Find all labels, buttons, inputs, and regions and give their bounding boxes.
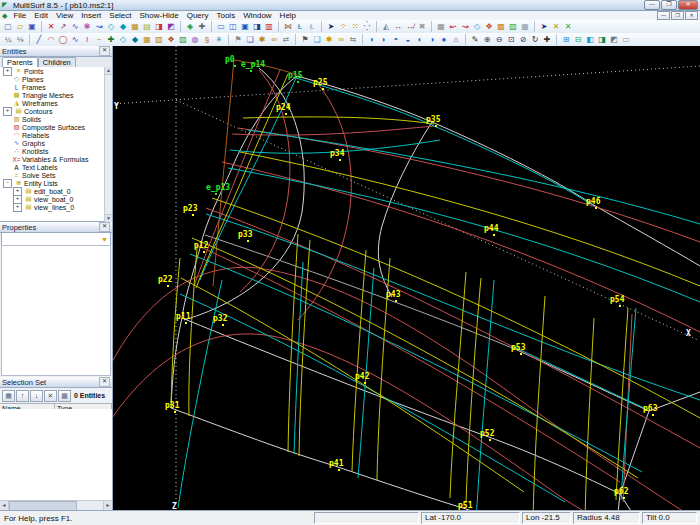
minimize-button[interactable]: — [644, 0, 660, 10]
show-flag-icon[interactable]: ⚑ [232, 34, 244, 45]
hull-curve-red-upper[interactable] [232, 126, 434, 135]
tree-item-view-lines-0[interactable]: +▤view_lines_0 [0, 203, 112, 211]
sel-clear-icon[interactable]: ▩ [58, 390, 71, 402]
view-render-icon[interactable]: ▥ [263, 21, 275, 32]
point-marker-p12[interactable] [203, 251, 205, 253]
snake-create-icon[interactable]: ~ [93, 34, 105, 45]
hull-curve-red-section-1[interactable] [298, 84, 351, 320]
zoom-in-icon[interactable]: ⊕ [481, 34, 493, 45]
formula-create-icon[interactable]: ✳ [213, 34, 225, 45]
view-front-icon[interactable]: ◖ [366, 34, 378, 45]
point-marker-p15[interactable] [297, 81, 299, 83]
fractions-icon[interactable]: ⅛ [14, 34, 26, 45]
hull-curve-waterline-gray[interactable] [205, 235, 517, 350]
shade-create-icon[interactable]: ▨ [177, 34, 189, 45]
point-label-p12[interactable]: p12 [194, 241, 209, 250]
frame-view-icon[interactable]: ▭ [620, 34, 632, 45]
split-v-icon[interactable]: ◨ [596, 34, 608, 45]
view-left-icon[interactable]: ◐ [414, 34, 426, 45]
point-create-icon[interactable]: ✚ [105, 34, 117, 45]
lofted-surface-icon[interactable]: ◆ [129, 34, 141, 45]
point-label-p52[interactable]: p52 [480, 429, 495, 438]
expand-icon[interactable]: + [3, 107, 12, 116]
solid-display-icon[interactable]: ▩ [495, 21, 507, 32]
contours-red2-icon[interactable]: ↝ [459, 21, 471, 32]
point-label-p0[interactable]: p0 [225, 55, 235, 64]
composite-create-icon[interactable]: ❖ [165, 34, 177, 45]
grid-display-icon[interactable]: ▦ [519, 21, 531, 32]
collapse-icon[interactable]: - [3, 179, 12, 188]
hide-swap-icon[interactable]: ⇆ [347, 34, 359, 45]
zoom-previous-icon[interactable]: ⊘ [517, 34, 529, 45]
surface-create-icon[interactable]: ◇ [117, 34, 129, 45]
hull-curve-yellow-bow-diag[interactable] [196, 74, 288, 288]
line-tool-icon[interactable]: ╱ [33, 34, 45, 45]
point-label-p22[interactable]: p22 [158, 275, 173, 284]
move-icon[interactable]: ✚ [196, 21, 208, 32]
hull-curve-cyan-long-1[interactable] [248, 130, 700, 224]
viewport[interactable]: p0e_p14p15p25p24p35p34e_p13p46p23p44p33p… [113, 46, 700, 511]
hull-curve-cyan-station-3[interactable] [294, 262, 303, 454]
show-swap-icon[interactable]: ⇄ [280, 34, 292, 45]
surface-tool-icon[interactable]: ◇ [105, 21, 117, 32]
hull-curve-red-long-1[interactable] [238, 128, 700, 242]
layer2-icon[interactable]: Ł [306, 21, 318, 32]
hull-curve-mid-edge[interactable] [182, 318, 620, 494]
maximize-button[interactable]: ❐ [661, 0, 677, 10]
mdi-close-button[interactable]: ✕ [685, 11, 698, 20]
locate-icon[interactable]: ✖ [416, 21, 428, 32]
mesh-display-icon[interactable]: ▦ [435, 21, 447, 32]
point-marker-p41[interactable] [338, 469, 340, 471]
view-layout1-icon[interactable]: ▭ [215, 21, 227, 32]
point-marker-p63[interactable] [652, 414, 654, 416]
point-label-p34[interactable]: p34 [330, 149, 345, 158]
point-label-p33[interactable]: p33 [238, 230, 253, 239]
scroll-up-icon[interactable]: ▲ [105, 67, 112, 75]
tree-item-graphs[interactable]: ∿Graphs [0, 139, 112, 147]
view-layout3-icon[interactable]: ▣ [239, 21, 251, 32]
point-label-p63[interactable]: p63 [643, 404, 658, 413]
file-open-icon[interactable]: ▱ [14, 21, 26, 32]
zoom-window-icon[interactable]: ⊡ [505, 34, 517, 45]
hull-curve-red-long-4[interactable] [194, 244, 620, 482]
menu-window[interactable]: Window [239, 11, 275, 20]
solid-create-icon[interactable]: ◍ [189, 34, 201, 45]
hull-curve-red-long-3[interactable] [206, 208, 700, 448]
point-marker-p62[interactable] [623, 497, 625, 499]
tag-green-icon[interactable]: ✕ [562, 21, 574, 32]
point-label-p51[interactable]: p51 [458, 501, 473, 510]
units-icon[interactable]: ¼ [2, 34, 14, 45]
hull-curve-cyan-station-5[interactable] [476, 280, 494, 511]
view-layout4-icon[interactable]: ◨ [251, 21, 263, 32]
zoom-pencil-icon[interactable]: ✎ [469, 34, 481, 45]
tree-item-relabels[interactable]: ◠Relabels [0, 131, 112, 139]
point-label-p31[interactable]: p31 [165, 401, 180, 410]
camera-tool-icon[interactable]: ◨ [153, 21, 165, 32]
menu-view[interactable]: View [52, 11, 77, 20]
sel-move-up-icon[interactable]: ↑ [16, 390, 29, 402]
expand-icon[interactable]: + [3, 67, 12, 76]
view-right-icon[interactable]: ◑ [426, 34, 438, 45]
point-marker-p24[interactable] [285, 113, 287, 115]
sel-list-icon[interactable]: ▦ [2, 390, 15, 402]
point-marker-p32[interactable] [222, 324, 224, 326]
hull-curve-cyan-long-3[interactable] [206, 214, 700, 400]
menu-tools[interactable]: Tools [212, 11, 239, 20]
hull-curve-cyan-long-4[interactable] [190, 254, 642, 472]
show-points-icon[interactable]: ✱ [256, 34, 268, 45]
point-marker-p35[interactable] [435, 125, 437, 127]
point-marker-p0[interactable] [234, 65, 236, 67]
point-label-p35[interactable]: p35 [426, 115, 441, 124]
measure-icon[interactable]: ◭ [380, 21, 392, 32]
point-label-p42[interactable]: p42 [355, 372, 370, 381]
link-icon[interactable]: ⋈ [282, 21, 294, 32]
tree-item-knotlists[interactable]: ∴Knotlists [0, 147, 112, 155]
show-box-icon[interactable]: ❏ [244, 34, 256, 45]
hull-curve-section-3[interactable] [378, 122, 432, 297]
select-all-icon[interactable]: ⁛ [361, 21, 373, 32]
point-label-p15[interactable]: p15 [288, 71, 303, 80]
view-layout2-icon[interactable]: ◫ [227, 21, 239, 32]
file-save-icon[interactable]: ▣ [26, 21, 38, 32]
point-marker-p31[interactable] [174, 411, 176, 413]
entities-scrollbar[interactable]: ▲ ▼ [104, 67, 112, 222]
